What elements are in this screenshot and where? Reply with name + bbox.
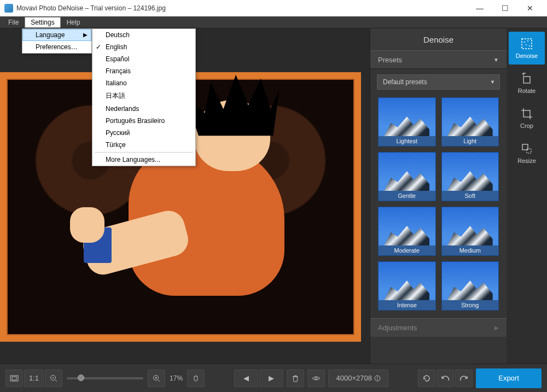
language-option[interactable]: Deutsch [92, 29, 195, 41]
language-option[interactable]: Español [92, 53, 195, 65]
preset-label: Intense [379, 300, 435, 310]
window-title: Movavi Photo DeNoise – Trial version – 1… [16, 4, 467, 12]
language-option-label: Türkçe [106, 141, 126, 149]
bottom-toolbar: 1:1 17% ◀ ▶ 4000×2708 [0, 364, 547, 392]
panel-title: Denoise [370, 28, 507, 50]
zoom-out-button[interactable] [45, 370, 62, 387]
revert-button[interactable] [418, 370, 435, 387]
menu-item-language-label: Language [36, 31, 65, 39]
menu-help[interactable]: Help [61, 17, 86, 28]
close-button[interactable]: ✕ [517, 0, 543, 16]
language-option-label: Nederlands [106, 105, 139, 113]
svg-line-14 [158, 380, 160, 382]
zoom-slider[interactable] [67, 377, 143, 379]
language-option[interactable]: Français [92, 65, 195, 77]
redo-button[interactable] [455, 370, 473, 387]
preset-group-label: Default presets [383, 78, 427, 86]
tool-resize-label: Resize [517, 157, 536, 164]
zoom-slider-thumb[interactable] [78, 375, 84, 381]
more-languages-option[interactable]: More Languages... [92, 154, 195, 166]
adjustments-section-header[interactable]: Adjustments ▶ [370, 318, 507, 337]
undo-button[interactable] [437, 370, 454, 387]
tool-denoise[interactable]: Denoise [509, 32, 545, 65]
preset-group-select[interactable]: Default presets ▼ [377, 74, 500, 90]
zoom-in-button[interactable] [148, 370, 165, 387]
next-image-button[interactable]: ▶ [259, 370, 283, 387]
menubar: File Settings Help [0, 16, 547, 28]
preset-label: Medium [442, 245, 499, 255]
preset-thumb[interactable]: Soft [441, 152, 499, 201]
trash-icon [292, 375, 299, 382]
language-option-label: 日本語 [106, 92, 125, 100]
hand-icon [192, 375, 200, 382]
pan-hand-button[interactable] [187, 370, 205, 387]
language-option[interactable]: Italiano [92, 77, 195, 89]
svg-point-2 [527, 40, 528, 42]
preset-thumb[interactable]: Lightest [378, 97, 436, 147]
language-option[interactable]: ✓English [92, 41, 195, 53]
language-option-label: Português Brasileiro [106, 117, 165, 125]
svg-rect-9 [12, 377, 16, 380]
window-controls: — ☐ ✕ [467, 0, 543, 16]
preset-thumb[interactable]: Intense [378, 261, 436, 311]
language-option[interactable]: Nederlands [92, 103, 195, 115]
export-button[interactable]: Export [476, 368, 542, 388]
menu-settings[interactable]: Settings [25, 17, 60, 28]
svg-rect-5 [523, 77, 530, 83]
chevron-right-icon: ▶ [494, 325, 499, 331]
zoom-percent-label: 17% [166, 375, 186, 382]
fit-screen-button[interactable] [5, 370, 23, 387]
svg-point-4 [529, 45, 530, 46]
zoom-actual-button[interactable]: 1:1 [24, 370, 44, 387]
preset-label: Strong [442, 300, 499, 310]
dimensions-text: 4000×2708 [336, 374, 372, 382]
presets-section-header[interactable]: Presets ▼ [370, 50, 507, 69]
maximize-button[interactable]: ☐ [492, 0, 517, 16]
language-option[interactable]: Türkçe [92, 139, 195, 151]
language-option-label: English [106, 43, 127, 51]
presets-label: Presets [378, 56, 402, 64]
tool-denoise-label: Denoise [516, 52, 538, 59]
language-option[interactable]: 日本語 [92, 89, 195, 103]
preset-thumb[interactable]: Moderate [378, 207, 436, 256]
chevron-down-icon: ▼ [493, 57, 499, 63]
image-dimensions[interactable]: 4000×2708 [328, 370, 388, 387]
submenu-arrow-icon: ▶ [83, 32, 88, 38]
svg-point-1 [524, 42, 525, 43]
tool-sidebar: Denoise Rotate Crop Resize [507, 28, 547, 364]
preset-label: Light [442, 136, 499, 146]
menu-file[interactable]: File [2, 17, 25, 28]
minimize-button[interactable]: — [467, 0, 492, 16]
fit-screen-icon [10, 374, 19, 383]
preset-thumb[interactable]: Light [441, 97, 499, 147]
language-option-label: Italiano [106, 79, 127, 87]
tool-rotate[interactable]: Rotate [509, 67, 545, 100]
undo-icon [441, 375, 450, 382]
resize-icon [520, 142, 533, 155]
preview-toggle-button[interactable] [307, 370, 325, 387]
menu-item-preferences[interactable]: Preferences… [22, 41, 91, 53]
menu-item-language[interactable]: Language ▶ [22, 29, 91, 41]
preset-label: Lightest [379, 136, 435, 146]
preset-thumb[interactable]: Gentle [378, 152, 436, 201]
preset-grid: LightestLightGentleSoftModerateMediumInt… [370, 95, 507, 318]
tool-crop[interactable]: Crop [509, 102, 545, 134]
language-option[interactable]: Русский [92, 127, 195, 139]
zoom-out-icon [50, 375, 57, 382]
preset-thumb[interactable]: Medium [441, 207, 499, 256]
zoom-in-icon [153, 375, 160, 382]
svg-point-17 [315, 377, 317, 379]
svg-rect-0 [522, 39, 532, 49]
svg-line-11 [55, 380, 57, 382]
language-option[interactable]: Português Brasileiro [92, 115, 195, 127]
denoise-icon [520, 37, 533, 50]
check-icon: ✓ [96, 43, 101, 51]
tool-resize[interactable]: Resize [509, 137, 545, 169]
info-icon [374, 375, 381, 382]
delete-button[interactable] [287, 370, 304, 387]
redo-icon [459, 375, 468, 382]
preset-thumb[interactable]: Strong [441, 261, 499, 311]
prev-image-button[interactable]: ◀ [234, 370, 258, 387]
settings-dropdown: Language ▶ Preferences… [22, 28, 92, 54]
main-area: Denoise Presets ▼ Default presets ▼ Ligh… [0, 28, 547, 364]
